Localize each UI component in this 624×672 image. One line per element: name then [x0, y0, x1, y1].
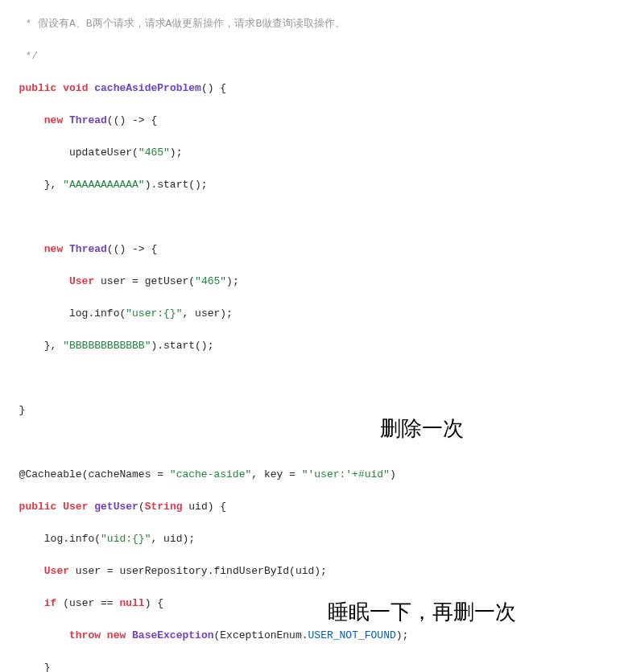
kw-new: new — [107, 629, 126, 641]
attr-name: cacheNames — [88, 468, 151, 480]
string-literal: "cache-aside" — [170, 468, 251, 480]
string-literal: "uid:{}" — [101, 533, 151, 545]
kw-new: new — [44, 114, 63, 126]
attr-name: key — [264, 468, 283, 480]
string-literal: "'user:'+#uid" — [302, 468, 390, 480]
type-user: User — [63, 501, 88, 513]
ident-log: log — [44, 533, 63, 545]
method-name: getUser — [94, 501, 138, 513]
annotation: @Cacheable — [19, 468, 82, 480]
kw-if: if — [44, 597, 57, 609]
kw-null: null — [119, 597, 144, 609]
kw-public: public — [19, 82, 57, 94]
method-call: start — [157, 179, 188, 191]
method-call: updateUser — [69, 146, 132, 159]
type-user: User — [44, 565, 69, 577]
kw-new: new — [44, 243, 63, 255]
class-thread: Thread — [69, 114, 107, 126]
string-literal: "AAAAAAAAAAA" — [63, 179, 144, 191]
kw-void: void — [63, 82, 88, 94]
type-string: String — [145, 501, 183, 513]
comment-line: * 假设有A、B两个请求，请求A做更新操作，请求B做查询读取操作。 — [6, 18, 345, 30]
annotation-sleep-delete: 睡眠一下，再删一次 — [328, 604, 516, 620]
string-literal: "BBBBBBBBBBBB" — [63, 340, 151, 352]
method-call: getUser — [145, 275, 189, 287]
class-exc: BaseException — [132, 629, 213, 641]
annotation-delete-once: 删除一次 — [380, 420, 464, 436]
kw-throw: throw — [69, 629, 101, 641]
const-name: USER_NOT_FOUND — [308, 629, 396, 641]
string-literal: "user:{}" — [126, 307, 182, 320]
ident-log: log — [69, 307, 88, 320]
class-thread: Thread — [69, 243, 107, 255]
code-block: * 假设有A、B两个请求，请求A做更新操作，请求B做查询读取操作。 */ pub… — [0, 0, 624, 672]
method-name: cacheAsideProblem — [94, 82, 201, 94]
method-call: info — [94, 307, 119, 320]
method-call: findUserById — [213, 565, 289, 577]
comment-end: */ — [6, 50, 38, 62]
string-literal: "465" — [195, 275, 226, 287]
enum-name: ExceptionEnum — [220, 629, 301, 641]
method-call: info — [69, 533, 94, 545]
kw-public: public — [19, 501, 57, 513]
method-call: start — [163, 340, 195, 352]
ident-repo: userRepository — [119, 565, 207, 577]
string-literal: "465" — [138, 146, 170, 159]
type-user: User — [69, 275, 94, 287]
